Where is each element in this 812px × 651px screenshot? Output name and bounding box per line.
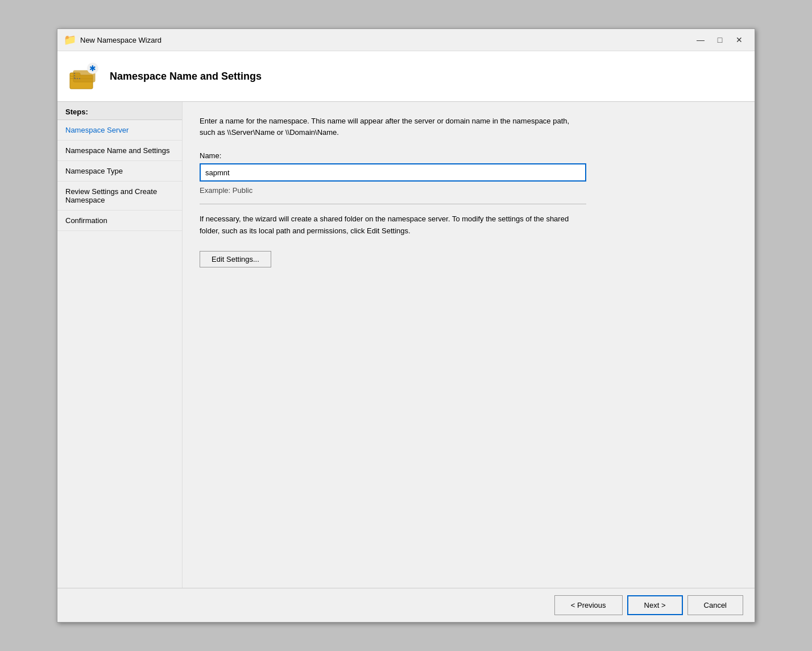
previous-button[interactable]: < Previous [554, 595, 623, 615]
info-text: If necessary, the wizard will create a s… [200, 213, 586, 237]
name-label: Name: [200, 151, 738, 160]
divider [200, 204, 586, 204]
sidebar-item-review-settings[interactable]: Review Settings and Create Namespace [57, 182, 182, 211]
wizard-icon: 📁 [64, 34, 76, 46]
svg-text:✱: ✱ [89, 64, 96, 73]
header-section: ✱ Namespace Name and Settings [57, 51, 755, 102]
title-bar-controls: — □ ✕ [692, 34, 748, 46]
sidebar-item-namespace-name[interactable]: Namespace Name and Settings [57, 141, 182, 161]
footer: < Previous Next > Cancel [57, 588, 755, 622]
cancel-button[interactable]: Cancel [687, 595, 743, 615]
sidebar-item-confirmation[interactable]: Confirmation [57, 211, 182, 231]
main-content: Enter a name for the namespace. This nam… [183, 102, 755, 588]
edit-settings-button[interactable]: Edit Settings... [200, 251, 271, 267]
title-bar-left: 📁 New Namespace Wizard [64, 34, 161, 46]
window-title: New Namespace Wizard [80, 36, 161, 44]
description-text: Enter a name for the namespace. This nam… [200, 116, 586, 138]
content-area: Steps: Namespace Server Namespace Name a… [57, 102, 755, 588]
close-button[interactable]: ✕ [731, 34, 748, 46]
title-bar: 📁 New Namespace Wizard — □ ✕ [57, 29, 755, 51]
name-input[interactable] [200, 163, 586, 182]
page-title: Namespace Name and Settings [110, 71, 262, 83]
steps-label: Steps: [57, 102, 182, 120]
wizard-window: 📁 New Namespace Wizard — □ ✕ ✱ [57, 28, 755, 623]
sidebar-item-namespace-server[interactable]: Namespace Server [57, 120, 182, 141]
example-text: Example: Public [200, 186, 738, 195]
minimize-button[interactable]: — [692, 34, 709, 46]
next-button[interactable]: Next > [627, 595, 683, 615]
maximize-button[interactable]: □ [711, 34, 728, 46]
header-icon: ✱ [69, 60, 101, 92]
sidebar: Steps: Namespace Server Namespace Name a… [57, 102, 183, 588]
sidebar-item-namespace-type[interactable]: Namespace Type [57, 161, 182, 182]
